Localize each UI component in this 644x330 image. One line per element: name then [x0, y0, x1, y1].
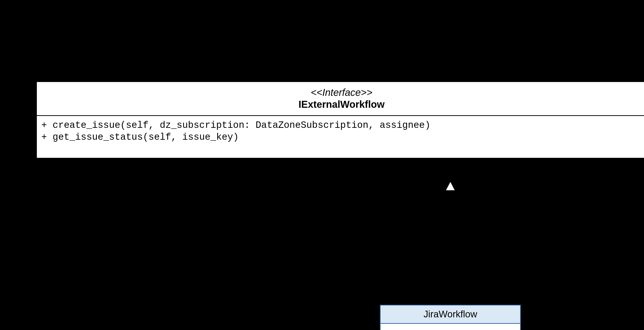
svg-marker-1 — [445, 181, 456, 191]
realization-connector — [0, 0, 644, 330]
